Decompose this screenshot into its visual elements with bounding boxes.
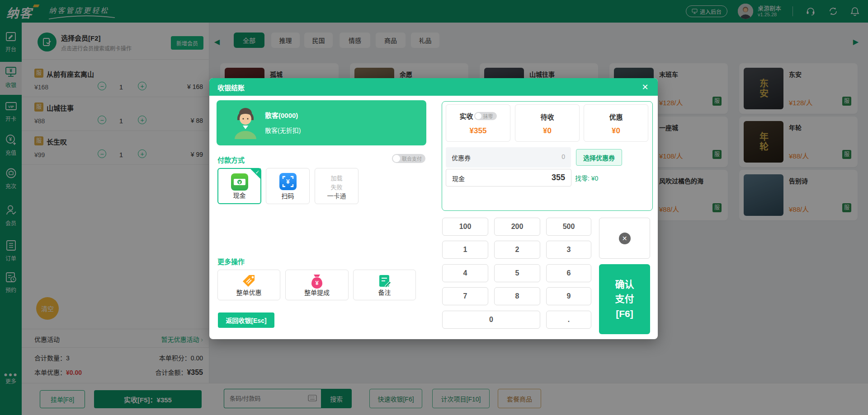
note-pen-icon	[377, 273, 392, 289]
numpad-key-3[interactable]: 3	[546, 241, 591, 259]
whole-order-commission-button[interactable]: ¥ 整单提成	[285, 270, 349, 300]
numpad-key-0[interactable]: 0	[442, 311, 540, 329]
remark-button[interactable]: 备注	[353, 270, 416, 300]
numpad-key-8[interactable]: 8	[494, 287, 540, 305]
coupon-label: 优惠券	[452, 153, 471, 162]
numpad-key-200[interactable]: 200	[494, 218, 540, 236]
checkout-modal: 收银结账 ✕ 散客(0000) 散客(无折扣) 付款方式 联合支付 ¥	[209, 78, 658, 339]
coupon-field[interactable]: 优惠券 0	[446, 147, 571, 168]
customer-avatar	[233, 107, 258, 139]
pay-method-scan[interactable]: ¥ 扫码	[266, 168, 310, 204]
modal-header: 收银结账 ✕	[209, 78, 658, 96]
pay-method-onecard[interactable]: 加载失败 一卡通	[315, 168, 359, 204]
backspace-icon: ✕	[619, 233, 631, 244]
customer-card: 散客(0000) 散客(无折扣)	[217, 100, 426, 145]
payment-summary-panel: 实收 抹零 ¥355 待收 ¥0 优惠 ¥0 优惠券 0 选择优惠券 现金 35…	[442, 101, 653, 211]
customer-name: 散客(0000)	[265, 110, 298, 120]
discount-label: 优惠	[584, 112, 648, 121]
customer-discount: 散客(无折扣)	[265, 126, 301, 135]
svg-text:¥: ¥	[286, 178, 290, 185]
discount-value: ¥0	[584, 126, 648, 135]
numpad-key-4[interactable]: 4	[442, 264, 488, 282]
cash-amount: 355	[552, 173, 565, 182]
money-bag-icon: ¥	[309, 273, 325, 289]
received-label: 实收	[459, 111, 473, 121]
numpad-key-100[interactable]: 100	[442, 218, 488, 236]
modal-title: 收银结账	[217, 83, 245, 92]
received-value: ¥355	[446, 126, 510, 135]
coupon-count: 0	[561, 153, 565, 160]
pending-label: 待收	[515, 112, 579, 121]
pay-method-cash[interactable]: ¥ 现金 ✓	[217, 168, 261, 204]
toggle-knob	[393, 155, 400, 162]
cash-label: 现金	[452, 174, 465, 183]
svg-text:¥: ¥	[238, 180, 241, 185]
numpad-key-1[interactable]: 1	[442, 241, 488, 259]
numpad-key-500[interactable]: 500	[546, 218, 591, 236]
svg-text:¥: ¥	[315, 280, 319, 286]
whole-order-discount-button[interactable]: 整单优惠	[217, 270, 280, 300]
numpad-key-9[interactable]: 9	[546, 287, 591, 305]
pending-value: ¥0	[515, 126, 579, 135]
stat-discount: 优惠 ¥0	[584, 104, 648, 142]
numpad-key-6[interactable]: 6	[546, 264, 591, 282]
discount-tag-icon	[241, 273, 257, 289]
back-to-cashier-button[interactable]: 返回收银[Esc]	[218, 312, 274, 328]
union-pay-toggle[interactable]: 联合支付	[392, 154, 425, 163]
pos-app: 纳客 纳客管店更轻松 进入后台 桌游剧本 v1.25.28 开台 ¥ 收银 VI…	[0, 0, 868, 415]
confirm-pay-button[interactable]: 确认 支付 [F6]	[599, 264, 650, 334]
cash-icon: ¥	[231, 173, 248, 191]
stat-received: 实收 抹零 ¥355	[446, 104, 510, 142]
cash-amount-field[interactable]: 现金 355	[446, 169, 571, 187]
round-off-toggle[interactable]: 抹零	[474, 112, 497, 120]
check-icon: ✓	[255, 169, 259, 175]
numpad-key-7[interactable]: 7	[442, 287, 488, 305]
scan-code-icon: ¥	[279, 173, 297, 190]
load-failed-text: 加载失败	[315, 174, 358, 192]
close-icon[interactable]: ✕	[640, 82, 651, 93]
backspace-key[interactable]: ✕	[599, 218, 650, 259]
numpad-key-dot[interactable]: .	[546, 311, 591, 329]
more-ops-label: 更多操作	[217, 256, 245, 266]
stat-pending: 待收 ¥0	[515, 104, 580, 142]
numpad-key-2[interactable]: 2	[494, 241, 540, 259]
change-text: 找零: ¥0	[575, 173, 598, 182]
pay-section-label: 付款方式	[217, 155, 245, 164]
numpad-key-5[interactable]: 5	[494, 264, 540, 282]
select-coupon-button[interactable]: 选择优惠券	[576, 149, 622, 166]
